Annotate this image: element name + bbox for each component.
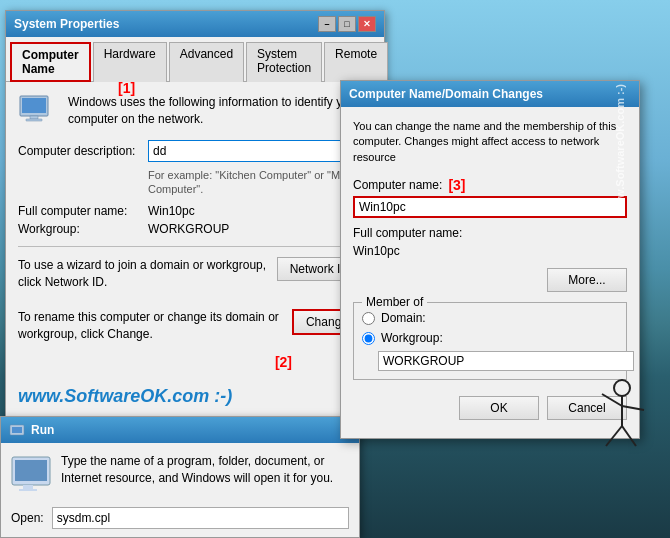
info-section: Windows uses the following information t… [18, 94, 372, 128]
maximize-button[interactable]: □ [338, 16, 356, 32]
svg-rect-13 [15, 460, 47, 481]
run-description: Type the name of a program, folder, docu… [61, 453, 349, 487]
tab-advanced[interactable]: Advanced [169, 42, 244, 82]
divider-1 [18, 246, 372, 247]
domain-full-name-value: Win10pc [353, 244, 627, 258]
svg-rect-1 [22, 98, 46, 113]
svg-point-4 [614, 380, 630, 396]
tabs-row: Computer Name Hardware Advanced System P… [6, 37, 384, 82]
change-text: To rename this computer or change its do… [18, 309, 284, 343]
run-title: Run [31, 423, 54, 437]
domain-radio[interactable] [362, 312, 375, 325]
workgroup-radio-label: Workgroup: [381, 331, 443, 345]
run-window-icon [9, 422, 25, 438]
tab-remote[interactable]: Remote [324, 42, 388, 82]
run-open-row: Open: [1, 503, 359, 537]
tab-computer-name[interactable]: Computer Name [10, 42, 91, 82]
run-content: Type the name of a program, folder, docu… [1, 443, 359, 503]
svg-rect-15 [19, 489, 37, 491]
workgroup-label: Workgroup: [18, 222, 148, 236]
watermark-text: www.SoftwareOK.com :-) [18, 386, 232, 406]
run-open-label: Open: [11, 511, 44, 525]
workgroup-value-display [362, 349, 618, 371]
info-text: Windows uses the following information t… [68, 94, 372, 128]
run-app-icon [11, 453, 51, 493]
domain-radio-row: Domain: [362, 311, 618, 325]
computer-description-row: Computer description: [18, 140, 372, 162]
domain-radio-label: Domain: [381, 311, 426, 325]
system-props-content: Windows uses the following information t… [6, 82, 384, 419]
svg-line-8 [606, 426, 622, 446]
run-dialog: Run Type the name of a program, folder, … [0, 416, 360, 538]
full-name-label: Full computer name: [18, 204, 148, 218]
domain-full-name-label: Full computer name: [353, 226, 627, 240]
ok-button[interactable]: OK [459, 396, 539, 420]
member-of-section: Member of Domain: Workgroup: [353, 302, 627, 380]
svg-line-7 [622, 406, 644, 410]
domain-dialog-desc: You can change the name and the membersh… [353, 119, 627, 165]
close-button[interactable]: ✕ [358, 16, 376, 32]
workgroup-input[interactable] [378, 351, 634, 371]
system-props-title: System Properties [14, 17, 119, 31]
system-properties-window: System Properties – □ ✕ Computer Name Ha… [5, 10, 385, 420]
domain-dialog-titlebar: Computer Name/Domain Changes [341, 81, 639, 107]
run-open-input[interactable] [52, 507, 349, 529]
marker-2: [2] [275, 354, 292, 370]
domain-computer-name-label: Computer name: [353, 178, 442, 192]
more-btn-row: More... [353, 268, 627, 292]
full-name-value: Win10pc [148, 204, 195, 218]
workgroup-row: Workgroup: WORKGROUP [18, 222, 372, 236]
stick-figure [592, 378, 652, 458]
domain-computer-name-label-row: Computer name: [3] [353, 177, 627, 193]
hint-text: For example: "Kitchen Computer" or "Mary… [148, 168, 372, 197]
tab-system-protection[interactable]: System Protection [246, 42, 322, 82]
domain-dialog-title: Computer Name/Domain Changes [349, 87, 543, 101]
ok-cancel-row: OK Cancel [353, 390, 627, 426]
computer-description-label: Computer description: [18, 144, 148, 158]
svg-line-9 [622, 426, 636, 446]
domain-computer-name-input[interactable] [353, 196, 627, 218]
more-button[interactable]: More... [547, 268, 627, 292]
svg-rect-3 [26, 119, 42, 121]
minimize-button[interactable]: – [318, 16, 336, 32]
svg-rect-11 [12, 427, 22, 433]
svg-rect-14 [23, 485, 33, 489]
workgroup-radio-row: Workgroup: [362, 331, 618, 345]
full-name-row: Full computer name: Win10pc [18, 204, 372, 218]
wizard-text: To use a wizard to join a domain or work… [18, 257, 269, 291]
computer-description-input[interactable] [148, 140, 372, 162]
title-buttons: – □ ✕ [318, 16, 376, 32]
svg-rect-2 [30, 116, 38, 119]
run-titlebar: Run [1, 417, 359, 443]
workgroup-value: WORKGROUP [148, 222, 229, 236]
computer-icon [18, 94, 58, 126]
tab-hardware[interactable]: Hardware [93, 42, 167, 82]
system-props-titlebar: System Properties – □ ✕ [6, 11, 384, 37]
workgroup-radio[interactable] [362, 332, 375, 345]
member-legend: Member of [362, 295, 427, 309]
marker-3: [3] [448, 177, 465, 193]
